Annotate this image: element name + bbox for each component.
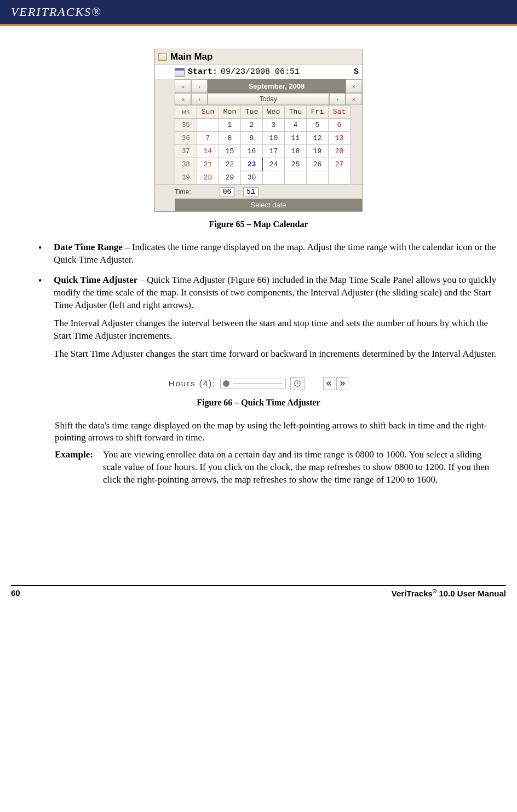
today-button[interactable]: Today: [208, 93, 329, 105]
nav-first-button[interactable]: «: [175, 79, 191, 93]
calendar-month-nav: « ‹ September, 2008 ×: [155, 79, 362, 93]
calendar-icon[interactable]: [175, 68, 185, 77]
brand-name: VERITRACKS®: [11, 5, 102, 19]
slider-knob-icon: [223, 380, 229, 387]
double-left-arrow-icon: [325, 380, 333, 387]
col-sat: Sat: [329, 106, 351, 119]
day-cell[interactable]: 13: [329, 132, 351, 145]
day-cell[interactable]: 20: [329, 145, 351, 158]
day-cell[interactable]: [329, 171, 351, 184]
day-cell[interactable]: 22: [219, 158, 241, 171]
day-cell[interactable]: 16: [241, 145, 263, 158]
figure-66-caption: Figure 66 – Quick Time Adjuster: [16, 398, 501, 408]
cal-row: 35 1 2 3 4 5 6: [175, 119, 351, 132]
calendar-grid: wk Sun Mon Tue Wed Thu Fri Sat 35 1 2 3 …: [175, 105, 351, 184]
day-cell[interactable]: [263, 171, 285, 184]
start-label: Start:: [188, 67, 217, 77]
nav-next-button[interactable]: ›: [329, 93, 346, 105]
nav-last-button[interactable]: »: [346, 93, 362, 105]
page-number: 60: [11, 588, 20, 598]
interval-slider[interactable]: [220, 379, 286, 388]
map-window-icon: [158, 53, 167, 61]
day-cell[interactable]: 2: [241, 119, 263, 132]
bullet-date-time-range: Date Time Range – Indicates the time ran…: [38, 241, 501, 266]
cal-row: 36 7 8 9 10 11 12 13: [175, 132, 351, 145]
quick-time-adjuster-widget: Hours (4):: [169, 377, 349, 390]
window-title: Main Map: [170, 51, 212, 62]
nav-prev-button[interactable]: ‹: [191, 79, 208, 93]
cal-row: 39 28 29 30: [175, 171, 351, 184]
day-cell[interactable]: 7: [197, 132, 219, 145]
wk-cell: 37: [175, 145, 197, 158]
day-cell[interactable]: 14: [197, 145, 219, 158]
start-datetime-row: Start: 09/23/2008 06:51 S: [155, 65, 362, 79]
day-cell[interactable]: 1: [219, 119, 241, 132]
hours-label: Hours (4):: [169, 379, 216, 388]
day-cell[interactable]: 5: [307, 119, 329, 132]
day-cell[interactable]: 8: [219, 132, 241, 145]
shift-forward-button[interactable]: [336, 377, 348, 390]
page-header: VERITRACKS®: [0, 0, 517, 24]
shift-instructions: Shift the data's time range displayed on…: [16, 420, 501, 445]
month-title[interactable]: September, 2008: [208, 79, 346, 93]
cal-row: 38 21 22 23 24 25 26 27: [175, 158, 351, 171]
col-tue: Tue: [241, 106, 263, 119]
cal-row: 37 14 15 16 17 18 19 20: [175, 145, 351, 158]
time-sep: :: [238, 188, 240, 196]
nav-prev2-button[interactable]: ‹: [191, 93, 208, 105]
day-cell[interactable]: [285, 171, 307, 184]
day-cell[interactable]: 24: [263, 158, 285, 171]
nav-close-button[interactable]: ×: [346, 79, 362, 93]
figure-65: Main Map Start: 09/23/2008 06:51 S « ‹ S…: [16, 49, 501, 212]
day-cell[interactable]: 12: [307, 132, 329, 145]
col-mon: Mon: [219, 106, 241, 119]
time-min-input[interactable]: [243, 187, 258, 196]
nav-first2-button[interactable]: «: [175, 93, 191, 105]
day-cell[interactable]: 21: [197, 158, 219, 171]
example-block: Example: You are viewing enrollee data o…: [16, 449, 501, 486]
day-cell[interactable]: [197, 119, 219, 132]
day-cell[interactable]: 4: [285, 119, 307, 132]
calendar-today-nav: « ‹ Today › »: [155, 93, 362, 105]
day-cell[interactable]: 3: [263, 119, 285, 132]
clock-button[interactable]: [290, 377, 305, 390]
day-cell[interactable]: [307, 171, 329, 184]
time-hour-input[interactable]: [220, 187, 235, 196]
day-cell[interactable]: 11: [285, 132, 307, 145]
col-wk: wk: [175, 106, 197, 119]
clock-icon: [294, 380, 301, 387]
day-cell[interactable]: 6: [329, 119, 351, 132]
term-quick-time-adjuster: Quick Time Adjuster: [54, 275, 137, 285]
day-cell[interactable]: 28: [197, 171, 219, 184]
col-thu: Thu: [285, 106, 307, 119]
day-cell[interactable]: 9: [241, 132, 263, 145]
select-date-button[interactable]: Select date: [175, 199, 362, 211]
example-label: Example:: [55, 449, 93, 486]
figure-66: Hours (4):: [16, 377, 501, 390]
text-interval-adjuster: The Interval Adjuster changes the interv…: [54, 317, 501, 343]
shift-back-button[interactable]: [323, 377, 335, 390]
time-label: Time:: [175, 188, 191, 196]
slider-track: [233, 383, 282, 384]
day-cell[interactable]: 18: [285, 145, 307, 158]
day-cell[interactable]: 25: [285, 158, 307, 171]
window-title-bar: Main Map: [155, 49, 362, 65]
col-fri: Fri: [307, 106, 329, 119]
day-cell-selected[interactable]: 23: [241, 158, 263, 171]
day-cell[interactable]: 26: [307, 158, 329, 171]
page-footer: 60 VeriTracks® 10.0 User Manual: [11, 585, 506, 598]
wk-cell: 39: [175, 171, 197, 184]
col-wed: Wed: [263, 106, 285, 119]
trailing-s: S: [354, 67, 362, 77]
doc-title: VeriTracks® 10.0 User Manual: [392, 588, 506, 598]
day-cell[interactable]: 10: [263, 132, 285, 145]
day-cell[interactable]: 27: [329, 158, 351, 171]
day-cell[interactable]: 15: [219, 145, 241, 158]
text-start-time-adjuster: The Start Time Adjuster changes the star…: [54, 348, 501, 361]
day-cell[interactable]: 30: [241, 171, 263, 184]
day-cell[interactable]: 17: [263, 145, 285, 158]
day-cell[interactable]: 19: [307, 145, 329, 158]
col-sun: Sun: [197, 106, 219, 119]
day-cell[interactable]: 29: [219, 171, 241, 184]
example-text: You are viewing enrollee data on a certa…: [103, 449, 501, 486]
